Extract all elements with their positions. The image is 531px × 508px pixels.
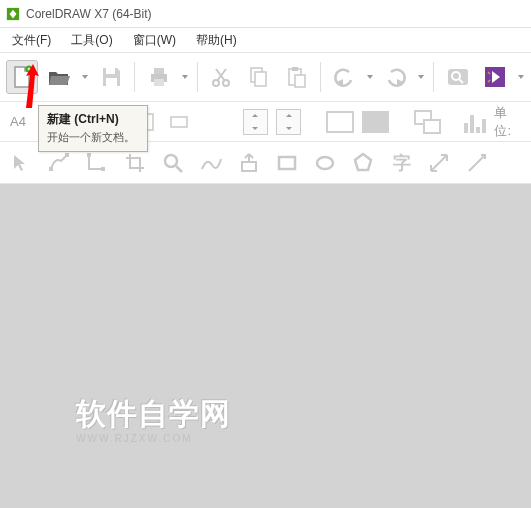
undo-dropdown[interactable] — [366, 73, 374, 81]
pick-tool[interactable] — [6, 148, 36, 178]
redo-dropdown[interactable] — [417, 73, 425, 81]
stepper-2[interactable] — [276, 109, 301, 135]
parallel-dim-tool[interactable] — [424, 148, 454, 178]
stepper-1[interactable] — [243, 109, 268, 135]
svg-rect-22 — [101, 167, 105, 171]
separator — [197, 62, 198, 92]
polygon-tool[interactable] — [348, 148, 378, 178]
separator — [433, 62, 434, 92]
search-button[interactable] — [442, 60, 473, 94]
menubar: 文件(F) 工具(O) 窗口(W) 帮助(H) — [0, 28, 531, 52]
separator — [134, 62, 135, 92]
save-button[interactable] — [95, 60, 126, 94]
node-tool[interactable] — [82, 148, 112, 178]
chart-button[interactable] — [464, 111, 486, 133]
paste-button[interactable] — [280, 60, 311, 94]
app-logo-icon — [6, 7, 20, 21]
frame-filled-button[interactable] — [362, 111, 389, 133]
rectangle-tool[interactable] — [272, 148, 302, 178]
copy-button[interactable] — [243, 60, 274, 94]
menu-file[interactable]: 文件(F) — [6, 30, 57, 51]
svg-rect-19 — [49, 167, 53, 171]
svg-rect-18 — [171, 117, 187, 127]
menu-window[interactable]: 窗口(W) — [127, 30, 182, 51]
svg-rect-6 — [154, 79, 164, 86]
svg-point-26 — [317, 157, 333, 169]
canvas-area[interactable]: 软件自学网 WWW.RJZXW.COM — [0, 184, 531, 508]
paper-size-field[interactable]: A4 — [6, 114, 30, 129]
window-title: CorelDRAW X7 (64-Bit) — [26, 7, 152, 21]
connector-tool[interactable] — [462, 148, 492, 178]
freehand-tool[interactable] — [196, 148, 226, 178]
zoom-tool[interactable] — [158, 148, 188, 178]
smart-fill-tool[interactable] — [234, 148, 264, 178]
open-button[interactable] — [44, 60, 75, 94]
open-dropdown[interactable] — [81, 73, 89, 81]
svg-point-23 — [165, 155, 177, 167]
svg-rect-21 — [87, 153, 91, 157]
svg-rect-12 — [292, 67, 298, 71]
overlap-button[interactable] — [414, 110, 441, 134]
crop-tool[interactable] — [120, 148, 150, 178]
tooltip-title: 新建 (Ctrl+N) — [47, 111, 137, 128]
svg-rect-13 — [295, 75, 305, 87]
undo-button[interactable] — [329, 60, 360, 94]
titlebar: CorelDRAW X7 (64-Bit) — [0, 0, 531, 28]
main-toolbar — [0, 52, 531, 102]
separator — [320, 62, 321, 92]
orientation-landscape-button[interactable] — [167, 109, 190, 135]
svg-text:字: 字 — [393, 153, 411, 173]
svg-rect-4 — [154, 68, 164, 74]
text-tool[interactable]: 字 — [386, 148, 416, 178]
svg-rect-3 — [106, 78, 117, 86]
svg-rect-20 — [65, 153, 69, 157]
svg-rect-2 — [106, 68, 115, 74]
svg-rect-10 — [255, 72, 266, 86]
svg-rect-14 — [448, 69, 468, 85]
watermark: 软件自学网 WWW.RJZXW.COM — [76, 394, 231, 444]
launcher-button[interactable] — [480, 60, 511, 94]
watermark-text: 软件自学网 — [76, 394, 231, 435]
tooltip-description: 开始一个新文档。 — [47, 130, 137, 145]
launcher-dropdown[interactable] — [517, 73, 525, 81]
svg-rect-25 — [279, 157, 295, 169]
svg-rect-24 — [242, 162, 256, 171]
print-dropdown[interactable] — [181, 73, 189, 81]
menu-tools[interactable]: 工具(O) — [65, 30, 118, 51]
ellipse-tool[interactable] — [310, 148, 340, 178]
unit-label: 单位: — [494, 104, 521, 140]
shape-tool[interactable] — [44, 148, 74, 178]
cut-button[interactable] — [206, 60, 237, 94]
redo-button[interactable] — [380, 60, 411, 94]
tooltip: 新建 (Ctrl+N) 开始一个新文档。 — [38, 105, 148, 152]
menu-help[interactable]: 帮助(H) — [190, 30, 243, 51]
frame-empty-button[interactable] — [326, 111, 353, 133]
print-button[interactable] — [143, 60, 174, 94]
